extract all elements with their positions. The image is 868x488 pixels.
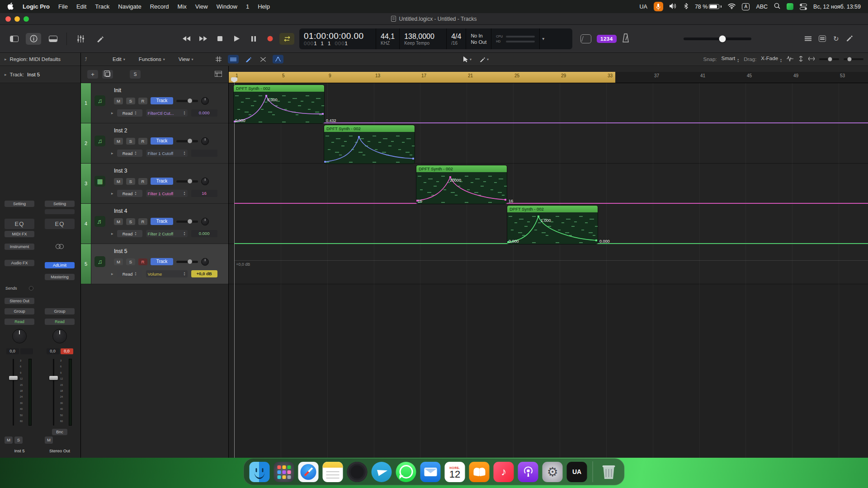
disclosure-icon[interactable]: ▸ <box>5 57 7 61</box>
position-display[interactable]: 0001110001 <box>304 41 371 46</box>
send-knob[interactable] <box>29 286 33 291</box>
editors-button[interactable] <box>92 33 108 45</box>
midi-fx-slot[interactable]: MIDI FX <box>5 231 34 237</box>
track-name[interactable]: Inst 2 <box>114 127 226 134</box>
menu-item-file[interactable]: File <box>58 3 68 10</box>
track-pan-knob[interactable] <box>201 137 209 145</box>
track-header-5[interactable]: 5 Inst 5 ♫ M S R Track <box>81 244 228 284</box>
group-slot[interactable]: Group <box>5 308 34 314</box>
disclosure-icon[interactable]: ▸ <box>5 72 7 77</box>
record-enable-button[interactable]: R <box>138 218 147 225</box>
record-button[interactable] <box>263 33 278 45</box>
camera-app-dock-icon[interactable] <box>347 462 368 482</box>
keyboard-app-dock-icon[interactable]: UA <box>567 462 587 482</box>
settings-dock-icon[interactable]: ⚙ <box>542 462 563 482</box>
group-slot[interactable]: Group <box>45 308 75 314</box>
channel-strip-name[interactable]: Stereo Out <box>45 448 75 453</box>
fit-zoom-icon[interactable] <box>808 56 815 62</box>
midi-region-1[interactable]: DPFT Synth - 002 0.000 <box>234 85 324 123</box>
mute-button[interactable]: M <box>5 436 13 444</box>
snap-menu[interactable]: Smart <box>722 56 740 63</box>
track-inspector-header[interactable]: ▸ Track: Inst 5 <box>0 66 80 83</box>
record-enable-button[interactable]: R <box>138 178 147 185</box>
control-center-icon[interactable] <box>800 4 807 10</box>
track-name[interactable]: Inst 3 <box>114 168 226 174</box>
record-enable-button[interactable]: R <box>138 98 147 104</box>
left-click-tool-menu[interactable] <box>463 56 472 62</box>
safari-dock-icon[interactable] <box>298 462 319 482</box>
smpte-time-display[interactable]: 01:00:00:00.00 <box>304 32 371 41</box>
lcd-tempo-section[interactable]: 138,0000 Keep Tempo <box>400 28 447 49</box>
automation-curve[interactable] <box>507 212 598 244</box>
command-click-tool-menu[interactable] <box>480 56 489 62</box>
menu-item-record[interactable]: Record <box>150 3 169 10</box>
automation-mode-button[interactable]: Read <box>117 150 142 157</box>
record-enable-button[interactable]: R <box>138 138 147 145</box>
automation-mode-button[interactable]: Read <box>117 270 142 277</box>
region-body[interactable]: 1.000 0.000 0.000 <box>507 212 598 244</box>
track-lane-3[interactable] <box>229 164 868 204</box>
midi-region-4[interactable]: DPFT Synth - 002 1.000 <box>507 206 598 244</box>
region-name[interactable]: DPFT Synth - 002 <box>416 165 507 172</box>
mute-button[interactable]: M <box>114 258 123 265</box>
automation-value[interactable]: 0.000 <box>191 230 217 237</box>
crossfade-icon[interactable] <box>258 55 269 64</box>
automation-value[interactable]: +0,0 dB <box>191 270 217 277</box>
time-signature[interactable]: 4/4 <box>451 33 461 41</box>
trash-dock-icon[interactable] <box>599 462 619 482</box>
track-alternatives-button[interactable]: Track <box>151 218 173 225</box>
midi-draw-icon[interactable] <box>273 55 283 64</box>
solo-button[interactable]: S <box>14 436 23 444</box>
midi-region-2[interactable]: DPFT Synth - 002 <box>324 125 415 164</box>
pause-button[interactable] <box>246 33 261 45</box>
waveform-zoom-icon[interactable] <box>787 56 793 62</box>
lcd-time-section[interactable]: 01:00:00:00.00 0001110001 <box>299 28 376 49</box>
mute-button[interactable]: M <box>114 178 123 185</box>
automation-disclosure-icon[interactable]: ▸ <box>111 191 113 196</box>
menu-item-help[interactable]: Help <box>258 3 270 10</box>
track-alternatives-button[interactable]: Track <box>151 178 173 185</box>
track-number[interactable]: 1 <box>81 83 91 123</box>
automation-parameter-menu[interactable]: Volume <box>146 270 188 277</box>
podcasts-dock-icon[interactable] <box>518 462 538 482</box>
bounce-button[interactable]: Bnc <box>52 429 67 435</box>
grid-view-icon[interactable] <box>213 55 224 64</box>
record-enable-button[interactable]: R <box>138 258 147 265</box>
volume-icon[interactable] <box>670 3 677 10</box>
inspector-toggle-button[interactable] <box>26 33 41 45</box>
automation-curve[interactable] <box>416 172 507 204</box>
track-volume-slider[interactable] <box>176 140 198 142</box>
calendar-dock-icon[interactable]: НОЯБ. 12 <box>445 462 465 482</box>
music-dock-icon[interactable]: ♪ <box>494 462 514 482</box>
add-track-button[interactable]: + <box>87 70 98 79</box>
metronome-button[interactable] <box>622 33 629 44</box>
mail-dock-icon[interactable] <box>420 462 441 482</box>
track-number[interactable]: 3 <box>81 164 91 203</box>
region-body[interactable] <box>324 132 415 164</box>
catch-playhead-icon[interactable]: ⤴ <box>85 56 87 62</box>
lcd-io-section[interactable]: No In No Out <box>466 28 491 49</box>
tempo-mode[interactable]: Keep Tempo <box>404 41 442 46</box>
solo-button[interactable]: S <box>126 218 135 225</box>
track-pan-knob[interactable] <box>201 97 209 105</box>
battery-indicator[interactable]: 78 % <box>695 4 722 10</box>
list-editors-icon[interactable] <box>805 37 811 41</box>
eq-slot[interactable]: EQ <box>45 219 75 229</box>
automation-mode-button[interactable]: Read <box>117 230 142 237</box>
lcd-signature-section[interactable]: 4/4 /16 <box>447 28 466 49</box>
track-number[interactable]: 2 <box>81 123 91 163</box>
solo-mode-icon[interactable] <box>580 34 591 43</box>
track-header-2[interactable]: 2 Inst 2 ♫ M S R Track <box>81 123 228 164</box>
automation-mode-button[interactable]: Read <box>117 109 142 117</box>
track-header-4[interactable]: 4 Inst 4 ♬ M S R Track <box>81 204 228 244</box>
edit-menu[interactable]: Edit <box>113 56 125 62</box>
pencil-tool-icon[interactable] <box>243 55 254 64</box>
fader-cap[interactable] <box>49 376 58 380</box>
finder-dock-icon[interactable] <box>250 462 270 482</box>
input-language-indicator[interactable]: UA <box>640 4 647 10</box>
track-volume-slider[interactable] <box>176 261 198 263</box>
close-window-button[interactable] <box>5 16 11 22</box>
region-inspector-header[interactable]: ▸ Region: MIDI Defaults <box>0 53 80 66</box>
track-number[interactable]: 4 <box>81 204 91 244</box>
mute-button[interactable]: M <box>114 98 123 104</box>
